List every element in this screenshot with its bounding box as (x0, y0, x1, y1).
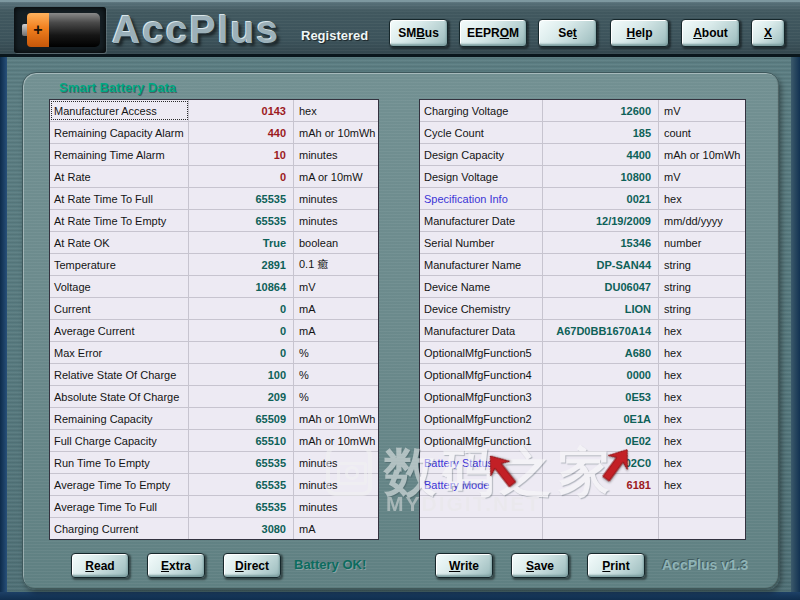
row-value: 65535 (189, 496, 294, 517)
table-row[interactable]: Cycle Count 185 count (420, 122, 745, 144)
row-label: At Rate OK (50, 232, 189, 253)
row-unit: count (659, 122, 745, 143)
table-row[interactable]: Voltage 10864 mV (50, 276, 378, 298)
table-row[interactable]: Manufacturer Data A67D0BB1670A14 hex (420, 320, 745, 342)
table-row[interactable]: Remaining Capacity Alarm 440 mAh or 10mW… (50, 122, 378, 144)
read-button[interactable]: Read (71, 553, 129, 578)
row-value: 2891 (189, 254, 294, 275)
table-row[interactable]: Manufacturer Date 12/19/2009 mm/dd/yyyy (420, 210, 745, 232)
table-row[interactable]: Full Charge Capacity 65510 mAh or 10mWh (50, 430, 378, 452)
table-row[interactable]: Manufacturer Name DP-SAN44 string (420, 254, 745, 276)
row-label: Charging Voltage (420, 100, 543, 121)
row-value: DP-SAN44 (543, 254, 659, 275)
row-unit (659, 518, 745, 539)
table-row[interactable]: Device Name DU06047 string (420, 276, 745, 298)
table-row[interactable]: Average Time To Full 65535 minutes (50, 496, 378, 518)
eeprom-button[interactable]: EEPROM (459, 19, 527, 47)
window-frame-right (791, 57, 800, 600)
table-row[interactable]: Average Current 0 mA (50, 320, 378, 342)
print-button[interactable]: Print (587, 553, 645, 578)
row-value: 65535 (189, 474, 294, 495)
row-label: Voltage (50, 276, 189, 297)
table-row[interactable]: Current 0 mA (50, 298, 378, 320)
save-button[interactable]: Save (511, 553, 569, 578)
table-row[interactable]: Remaining Capacity 65509 mAh or 10mWh (50, 408, 378, 430)
row-unit: hex (659, 188, 745, 209)
row-unit: mAh or 10mWh (294, 408, 378, 429)
row-label: Manufacturer Name (420, 254, 543, 275)
row-value: 12/19/2009 (543, 210, 659, 231)
row-unit: hex (659, 408, 745, 429)
row-unit: hex (659, 474, 745, 495)
row-label: Manufacturer Data (420, 320, 543, 341)
table-row[interactable]: Device Chemistry LION string (420, 298, 745, 320)
row-value: 10800 (543, 166, 659, 187)
row-label: Remaining Capacity Alarm (50, 122, 189, 143)
row-value: 65535 (189, 452, 294, 473)
smbus-button[interactable]: SMBus (389, 19, 448, 47)
row-value (543, 496, 659, 517)
table-row[interactable]: Temperature 2891 0.1 癒 (50, 254, 378, 276)
battery-body (49, 13, 100, 47)
registered-label: Registered (301, 28, 368, 43)
table-row[interactable]: Manufacturer Access 0143 hex (50, 100, 378, 122)
row-unit: hex (659, 430, 745, 451)
table-row[interactable]: OptionalMfgFunction2 0E1A hex (420, 408, 745, 430)
row-unit: mV (294, 276, 378, 297)
row-label: Cycle Count (420, 122, 543, 143)
table-row[interactable]: OptionalMfgFunction3 0E53 hex (420, 386, 745, 408)
row-label: Full Charge Capacity (50, 430, 189, 451)
set-button[interactable]: Set (538, 19, 597, 47)
section-title: Smart Battery Data (59, 80, 176, 95)
row-label: OptionalMfgFunction3 (420, 386, 543, 407)
table-row[interactable]: Relative State Of Charge 100 % (50, 364, 378, 386)
row-value: True (189, 232, 294, 253)
row-label: Battery Status (420, 452, 543, 473)
extra-button[interactable]: Extra (147, 553, 205, 578)
window-frame-left (0, 57, 7, 600)
table-row[interactable]: At Rate Time To Full 65535 minutes (50, 188, 378, 210)
table-row[interactable]: OptionalMfgFunction5 A680 hex (420, 342, 745, 364)
table-row[interactable]: At Rate Time To Empty 65535 minutes (50, 210, 378, 232)
table-row[interactable]: Battery Mode 6181 hex (420, 474, 745, 496)
row-label: Manufacturer Date (420, 210, 543, 231)
table-row[interactable]: At Rate 0 mA or 10mW (50, 166, 378, 188)
row-label: Design Capacity (420, 144, 543, 165)
row-label: OptionalMfgFunction2 (420, 408, 543, 429)
row-label: At Rate (50, 166, 189, 187)
row-label: Average Time To Full (50, 496, 189, 517)
table-row[interactable]: Average Time To Empty 65535 minutes (50, 474, 378, 496)
table-row[interactable]: At Rate OK True boolean (50, 232, 378, 254)
table-row[interactable] (420, 518, 745, 539)
table-row[interactable]: Battery Status 02C0 hex (420, 452, 745, 474)
table-row[interactable]: OptionalMfgFunction1 0E02 hex (420, 430, 745, 452)
row-value: A680 (543, 342, 659, 363)
table-row[interactable]: OptionalMfgFunction4 0000 hex (420, 364, 745, 386)
table-row[interactable]: Max Error 0 % (50, 342, 378, 364)
table-row[interactable]: Absolute State Of Charge 209 % (50, 386, 378, 408)
write-button[interactable]: Write (435, 553, 493, 578)
row-value: LION (543, 298, 659, 319)
help-button[interactable]: Help (610, 19, 669, 47)
row-value: 0 (189, 342, 294, 363)
table-row[interactable]: Design Voltage 10800 mV (420, 166, 745, 188)
row-value: 02C0 (543, 452, 659, 473)
row-unit: string (659, 254, 745, 275)
table-row[interactable]: Charging Current 3080 mA (50, 518, 378, 539)
row-label: OptionalMfgFunction4 (420, 364, 543, 385)
direct-button[interactable]: Direct (223, 553, 281, 578)
row-value: 3080 (189, 518, 294, 539)
table-row[interactable] (420, 496, 745, 518)
table-row[interactable]: Remaining Time Alarm 10 minutes (50, 144, 378, 166)
table-row[interactable]: Design Capacity 4400 mAh or 10mWh (420, 144, 745, 166)
table-row[interactable]: Serial Number 15346 number (420, 232, 745, 254)
window-frame-bottom (0, 592, 800, 600)
row-value: 185 (543, 122, 659, 143)
row-label: Device Chemistry (420, 298, 543, 319)
about-button[interactable]: About (681, 19, 740, 47)
row-unit: % (294, 342, 378, 363)
table-row[interactable]: Run Time To Empty 65535 minutes (50, 452, 378, 474)
table-row[interactable]: Charging Voltage 12600 mV (420, 100, 745, 122)
table-row[interactable]: Specification Info 0021 hex (420, 188, 745, 210)
close-button[interactable]: X (751, 19, 785, 47)
